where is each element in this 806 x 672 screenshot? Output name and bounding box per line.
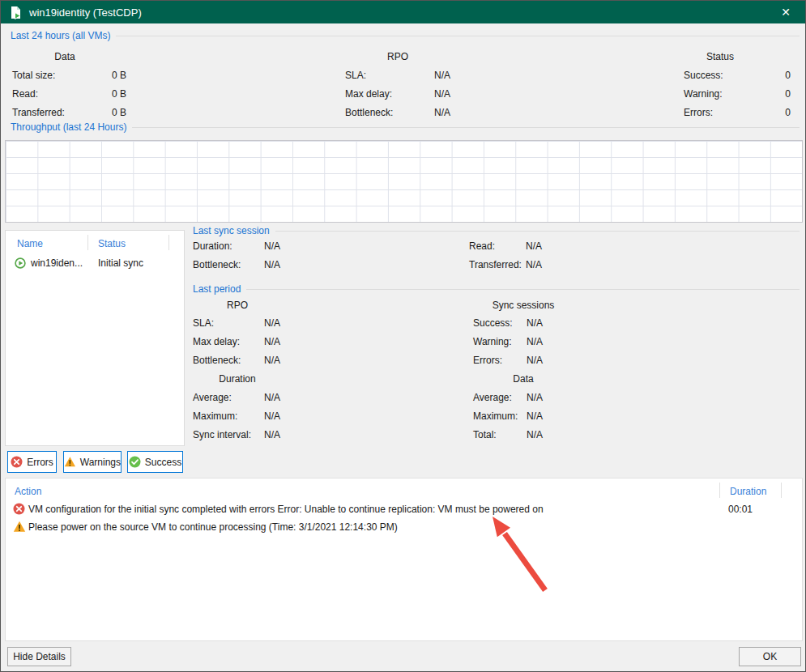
sync-duration: Duration:N/A [193, 240, 331, 253]
sync-transferred: Transferred:N/A [469, 259, 607, 272]
section-label-last-period: Last period [193, 283, 800, 295]
subheader-data: Data [454, 373, 592, 385]
report-document-icon [9, 6, 23, 19]
period-sla: SLA:N/A [193, 317, 331, 330]
vm-name: win19iden... [31, 257, 83, 269]
log-duration-value: 00:01 [728, 504, 753, 515]
log-action-text: VM configuration for the initial sync co… [28, 504, 544, 515]
column-header-vm-status[interactable]: Status [98, 238, 126, 249]
vm-list-panel: Name Status win19iden... Initial sync [5, 230, 185, 446]
section-label-last-24-hours: Last 24 hours (all VMs) [11, 30, 800, 41]
titlebar: win19identity (TestCDP) ✕ [1, 1, 805, 23]
period-success: Success:N/A [473, 317, 595, 330]
ok-button[interactable]: OK [739, 647, 801, 666]
column-separator [87, 235, 88, 250]
sync-bottleneck: Bottleneck:N/A [193, 259, 331, 272]
period-sync-interval: Sync interval:N/A [193, 429, 331, 442]
filter-errors-label: Errors [27, 457, 53, 468]
stat-errors-count: Errors:0 [684, 107, 792, 120]
column-header-status: Status [684, 51, 757, 62]
close-button[interactable]: ✕ [774, 4, 797, 20]
stat-warning-count: Warning:0 [684, 88, 792, 101]
vm-status: Initial sync [98, 257, 143, 269]
section-divider-line [132, 127, 800, 128]
section-label-last-sync-session: Last sync session [193, 225, 800, 236]
action-log-panel: Action Duration VM configuration for the… [5, 478, 803, 641]
period-max-delay: Max delay:N/A [193, 336, 331, 349]
section-divider-line [246, 289, 800, 290]
stat-transferred: Transferred:0 B [12, 107, 130, 120]
period-bottleneck: Bottleneck:N/A [193, 355, 331, 368]
stat-max-delay: Max delay:N/A [345, 88, 467, 101]
column-separator [781, 483, 782, 498]
filter-success-button[interactable]: Success [127, 451, 183, 473]
subheader-duration: Duration [193, 373, 282, 385]
cdp-statistics-window: win19identity (TestCDP) ✕ Last 24 hours … [0, 0, 806, 672]
section-label-text: Throughput (last 24 Hours) [11, 121, 126, 133]
filter-errors-button[interactable]: Errors [7, 451, 57, 473]
column-header-rpo: RPO [345, 51, 450, 62]
column-separator [168, 235, 169, 250]
period-data-total: Total:N/A [473, 429, 595, 442]
section-divider-line [116, 36, 800, 36]
throughput-chart [5, 140, 803, 223]
stat-total-size: Total size:0 B [12, 70, 130, 83]
vm-running-play-icon [15, 257, 26, 269]
log-action-text: Please power on the source VM to continu… [28, 521, 398, 533]
section-label-text: Last sync session [193, 225, 270, 236]
stat-success-count: Success:0 [684, 70, 792, 83]
vm-row[interactable]: win19iden... Initial sync [6, 255, 184, 271]
period-data-maximum: Maximum:N/A [473, 410, 595, 423]
stat-read: Read:0 B [12, 88, 130, 101]
filter-success-label: Success [145, 457, 181, 468]
column-header-data: Data [12, 51, 117, 62]
period-duration-maximum: Maximum:N/A [193, 410, 331, 423]
column-header-duration[interactable]: Duration [730, 486, 766, 497]
sync-read: Read:N/A [469, 240, 607, 253]
warning-icon [13, 521, 26, 533]
warning-icon [64, 456, 76, 468]
period-errors: Errors:N/A [473, 355, 595, 368]
error-icon [11, 456, 23, 468]
period-warning: Warning:N/A [473, 336, 595, 349]
period-data-average: Average:N/A [473, 392, 595, 405]
column-header-name[interactable]: Name [17, 238, 43, 249]
section-divider-line [275, 231, 800, 232]
filter-warnings-button[interactable]: Warnings [63, 451, 122, 473]
section-label-throughput: Throughput (last 24 Hours) [11, 121, 800, 133]
filter-warnings-label: Warnings [80, 457, 121, 468]
subheader-rpo: RPO [193, 300, 282, 311]
section-label-text: Last period [193, 283, 241, 295]
annotation-arrow [475, 511, 568, 596]
stat-bottleneck: Bottleneck:N/A [345, 107, 467, 120]
subheader-sync-sessions: Sync sessions [454, 300, 592, 311]
window-title: win19identity (TestCDP) [29, 6, 142, 19]
section-label-text: Last 24 hours (all VMs) [11, 30, 110, 41]
column-header-action[interactable]: Action [15, 486, 41, 497]
period-duration-average: Average:N/A [193, 392, 331, 405]
column-separator [719, 483, 720, 498]
hide-details-button[interactable]: Hide Details [7, 647, 71, 666]
stat-sla: SLA:N/A [345, 70, 467, 83]
success-icon [129, 456, 141, 468]
error-icon [13, 503, 25, 515]
